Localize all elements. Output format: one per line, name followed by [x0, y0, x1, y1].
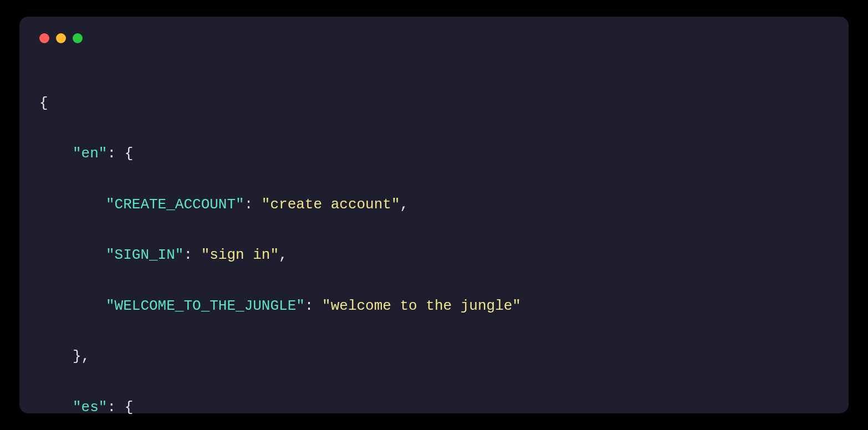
- json-key-welcome: "WELCOME_TO_THE_JUNGLE": [106, 298, 305, 314]
- code-line: {: [39, 91, 829, 116]
- code-window: { "en": { "CREATE_ACCOUNT": "create acco…: [19, 17, 849, 413]
- punct: ,: [279, 247, 288, 263]
- code-block: { "en": { "CREATE_ACCOUNT": "create acco…: [39, 65, 829, 430]
- minimize-icon[interactable]: [56, 33, 66, 43]
- punct: :: [183, 247, 201, 263]
- code-line: },: [39, 344, 829, 370]
- punct: :: [305, 298, 322, 314]
- json-value: "sign in": [201, 247, 279, 263]
- code-line: "CREATE_ACCOUNT": "create account",: [39, 192, 829, 218]
- json-key-en: "en": [73, 145, 107, 162]
- json-key-create-account: "CREATE_ACCOUNT": [106, 196, 244, 213]
- window-traffic-lights: [39, 33, 829, 43]
- json-value: "welcome to the jungle": [322, 298, 521, 314]
- maximize-icon[interactable]: [73, 33, 83, 43]
- punct: ,: [400, 196, 409, 213]
- json-key-es: "es": [73, 399, 107, 416]
- code-line: "WELCOME_TO_THE_JUNGLE": "welcome to the…: [39, 294, 829, 319]
- punct: : {: [107, 145, 133, 162]
- json-key-sign-in: "SIGN_IN": [106, 247, 183, 263]
- punct: : {: [107, 399, 133, 416]
- close-icon[interactable]: [39, 33, 49, 43]
- brace-close: },: [73, 348, 90, 365]
- code-line: "SIGN_IN": "sign in",: [39, 243, 829, 268]
- punct: :: [244, 196, 262, 213]
- code-line: "en": {: [39, 141, 829, 167]
- json-value: "create account": [262, 196, 400, 213]
- brace-open: {: [39, 95, 48, 111]
- code-line: "es": {: [39, 395, 829, 421]
